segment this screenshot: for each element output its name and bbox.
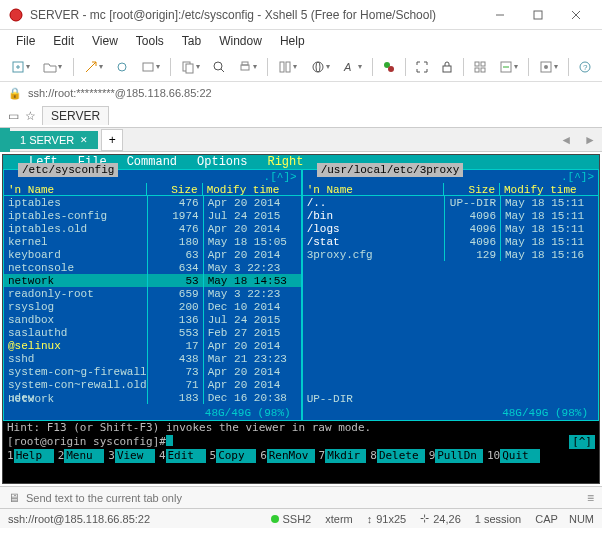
bookmark-icon[interactable]: ▭	[8, 109, 19, 123]
mc-left-panel[interactable]: /etc/sysconfig .[^]> 'n Name Size Modify…	[3, 169, 302, 421]
fullscreen-button[interactable]	[411, 56, 433, 78]
fkey-pulldn[interactable]: 9PullDn	[425, 449, 483, 463]
file-row[interactable]: system-con~g-firewall73Apr 20 2014	[4, 365, 301, 378]
file-mtime: May 3 22:23	[203, 261, 301, 274]
file-row[interactable]: 3proxy.cfg129May 18 15:16	[303, 248, 598, 261]
file-row[interactable]: iptables476Apr 20 2014	[4, 196, 301, 209]
find-button[interactable]	[208, 56, 230, 78]
copy-button[interactable]	[176, 56, 205, 78]
menu-icon[interactable]: ≡	[587, 491, 594, 505]
file-row[interactable]: keyboard63Apr 20 2014	[4, 248, 301, 261]
file-row[interactable]: iptables-config1974Jul 24 2015	[4, 209, 301, 222]
print-button[interactable]	[233, 56, 262, 78]
properties-button[interactable]	[136, 56, 165, 78]
maximize-button[interactable]	[520, 5, 556, 25]
fkey-num: 5	[206, 449, 217, 463]
file-name: rsyslog	[4, 300, 147, 313]
script-button[interactable]	[534, 56, 563, 78]
file-row[interactable]: rsyslog200Dec 10 2014	[4, 300, 301, 313]
fkey-edit[interactable]: 4Edit	[155, 449, 206, 463]
file-row[interactable]: /bin4096May 18 15:11	[303, 209, 598, 222]
file-row[interactable]: sshd438Mar 21 23:23	[4, 352, 301, 365]
lock-button[interactable]	[436, 56, 458, 78]
file-size: 438	[147, 352, 203, 365]
svg-rect-14	[241, 65, 249, 70]
column-headers: 'n Name Size Modify time	[4, 183, 301, 196]
menu-window[interactable]: Window	[211, 32, 270, 50]
fkey-mkdir[interactable]: 7Mkdir	[315, 449, 367, 463]
mc-menu-command[interactable]: Command	[117, 155, 187, 169]
menu-edit[interactable]: Edit	[45, 32, 82, 50]
fkey-renmov[interactable]: 6RenMov	[256, 449, 314, 463]
file-row[interactable]: @selinux17Apr 20 2014	[4, 339, 301, 352]
mc-prompt[interactable]: [root@origin sysconfig]# [^]	[3, 435, 599, 449]
file-row[interactable]: /logs4096May 18 15:11	[303, 222, 598, 235]
fkey-view[interactable]: 3View	[104, 449, 155, 463]
file-row[interactable]: iptables.old476Apr 20 2014	[4, 222, 301, 235]
minimize-button[interactable]	[482, 5, 518, 25]
file-row[interactable]: readonly-root659May 3 22:23	[4, 287, 301, 300]
open-button[interactable]	[38, 56, 67, 78]
mc-fkeys[interactable]: 1Help2Menu3View4Edit5Copy6RenMov7Mkdir8D…	[3, 449, 599, 463]
mc-menu-right[interactable]: Right	[257, 155, 313, 169]
mc-menu-options[interactable]: Options	[187, 155, 257, 169]
panel-marker: .[^]>	[264, 170, 297, 183]
new-tab-button[interactable]: +	[101, 129, 123, 151]
status-size-icon: ↕	[367, 513, 373, 525]
svg-rect-24	[475, 62, 479, 66]
file-size: 200	[147, 300, 203, 313]
fkey-quit[interactable]: 10Quit	[483, 449, 540, 463]
menu-view[interactable]: View	[84, 32, 126, 50]
cursor	[166, 435, 173, 446]
file-name: iptables-config	[4, 209, 147, 222]
scroll-left-icon[interactable]: ◄	[554, 133, 578, 147]
connect-button[interactable]	[78, 56, 107, 78]
file-row[interactable]: system-con~rewall.old71Apr 20 2014	[4, 378, 301, 391]
menu-help[interactable]: Help	[272, 32, 313, 50]
status-num: NUM	[569, 513, 594, 525]
help-button[interactable]: ?	[574, 56, 596, 78]
terminal-icon: 🖥	[8, 491, 20, 505]
fkey-delete[interactable]: 8Delete	[366, 449, 424, 463]
separator-icon	[170, 58, 171, 76]
close-icon[interactable]: ✕	[80, 135, 88, 145]
fkey-help[interactable]: 1Help	[3, 449, 54, 463]
panel-footer: network	[8, 392, 54, 406]
layout-button[interactable]	[273, 56, 302, 78]
file-size: 476	[147, 222, 203, 235]
file-row[interactable]: sandbox136Jul 24 2015	[4, 313, 301, 326]
transfer-button[interactable]	[494, 56, 523, 78]
tab-server[interactable]: 1 SERVER ✕	[10, 131, 98, 149]
session-tab[interactable]: SERVER	[42, 106, 109, 125]
menu-file[interactable]: File	[8, 32, 43, 50]
file-mtime: May 18 15:11	[500, 235, 598, 248]
col-modify: Modify time	[203, 183, 301, 195]
window-title: SERVER - mc [root@origin]:/etc/sysconfig…	[30, 8, 482, 22]
file-name: sshd	[4, 352, 147, 365]
new-button[interactable]	[6, 56, 35, 78]
terminal[interactable]: Left File Command Options Right /etc/sys…	[2, 154, 600, 484]
send-text-bar: 🖥 ≡	[0, 486, 602, 508]
close-button[interactable]	[558, 5, 594, 25]
fkey-num: 6	[256, 449, 267, 463]
menu-tools[interactable]: Tools	[128, 32, 172, 50]
file-row[interactable]: saslauthd553Feb 27 2015	[4, 326, 301, 339]
menu-tab[interactable]: Tab	[174, 32, 209, 50]
file-row[interactable]: kernel180May 18 15:05	[4, 235, 301, 248]
tile-button[interactable]	[469, 56, 491, 78]
file-row[interactable]: network53May 18 14:53	[4, 274, 301, 287]
file-row[interactable]: /..UP--DIRMay 18 15:11	[303, 196, 598, 209]
file-row[interactable]: /stat4096May 18 15:11	[303, 235, 598, 248]
send-text-input[interactable]	[26, 492, 581, 504]
scroll-right-icon[interactable]: ►	[578, 133, 602, 147]
mc-right-panel[interactable]: /usr/local/etc/3proxy .[^]> 'n Name Size…	[302, 169, 599, 421]
fkey-menu[interactable]: 2Menu	[54, 449, 105, 463]
star-icon[interactable]: ☆	[25, 109, 36, 123]
app-icon	[8, 7, 24, 23]
color-button[interactable]	[378, 56, 400, 78]
reconnect-button[interactable]	[111, 56, 133, 78]
fkey-copy[interactable]: 5Copy	[206, 449, 257, 463]
font-button[interactable]: A	[338, 56, 367, 78]
encoding-button[interactable]	[306, 56, 335, 78]
file-row[interactable]: netconsole634May 3 22:23	[4, 261, 301, 274]
